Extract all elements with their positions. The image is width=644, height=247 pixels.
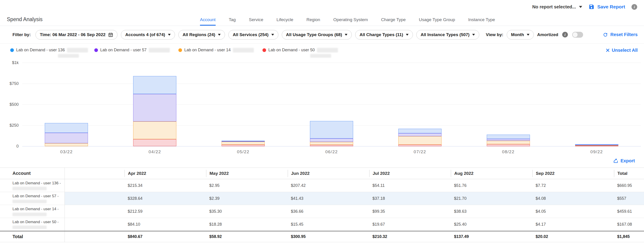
bar-segment-lab-on-demand-user-14[interactable] xyxy=(398,136,442,145)
tab-usage-type-group[interactable]: Usage Type Group xyxy=(419,17,455,26)
view-by-value: Month xyxy=(511,32,524,37)
tab-service[interactable]: Service xyxy=(249,17,263,26)
tab-operating-system[interactable]: Operating System xyxy=(333,17,368,26)
column-header-label: Total xyxy=(614,170,628,177)
account-cell: Lab on Demand - user 50 - xyxy=(0,218,65,231)
bar-segment-lab-on-demand-user-136[interactable] xyxy=(398,129,442,133)
account-cell: Lab on Demand - user 14 - xyxy=(0,205,65,218)
bar-segment-lab-on-demand-user-57[interactable] xyxy=(487,139,530,141)
unselect-all-button[interactable]: Unselect All xyxy=(606,48,638,53)
bar-09/22[interactable] xyxy=(575,144,618,146)
column-header-label: Aug 2022 xyxy=(451,170,473,177)
legend-item[interactable]: Lab on Demand - user 136 xyxy=(10,48,94,52)
bar-slot-04/22 xyxy=(111,63,199,146)
reset-filters-button[interactable]: Reset Filters xyxy=(603,32,638,37)
bar-segment-lab-on-demand-user-136[interactable] xyxy=(487,135,530,139)
bar-segment-lab-on-demand-user-14[interactable] xyxy=(45,143,88,146)
bar-06/22[interactable] xyxy=(310,121,353,146)
chevron-down-icon xyxy=(271,34,274,36)
bar-slot-08/22 xyxy=(464,63,552,146)
tab-region[interactable]: Region xyxy=(306,17,320,26)
bar-segment-lab-on-demand-user-136[interactable] xyxy=(133,76,176,94)
bar-segment-lab-on-demand-user-50[interactable] xyxy=(575,146,618,146)
x-axis-tick: 03/22 xyxy=(22,149,111,154)
bar-segment-lab-on-demand-user-57[interactable] xyxy=(398,133,442,136)
bar-segment-lab-on-demand-user-14[interactable] xyxy=(222,142,265,145)
amortized-info-icon[interactable]: i xyxy=(562,32,568,37)
bar-segment-lab-on-demand-user-14[interactable] xyxy=(310,142,353,145)
bar-03/22[interactable] xyxy=(45,123,88,146)
value-cell: $41.43 xyxy=(288,192,369,205)
account-name: Lab on Demand - user 136 - xyxy=(12,181,64,186)
value-cell: $459.61 xyxy=(614,209,644,214)
filter-pill-instance[interactable]: All Instance Types (507) xyxy=(416,30,479,39)
bar-04/22[interactable] xyxy=(133,76,176,146)
export-icon xyxy=(613,158,618,163)
tab-tag[interactable]: Tag xyxy=(229,17,236,26)
report-selector-dropdown[interactable]: No report selected... xyxy=(532,4,582,9)
save-report-label: Save Report xyxy=(597,4,625,9)
filter-pill-usage[interactable]: All Usage Type Groups (68) xyxy=(282,30,352,39)
filter-pill-4[interactable]: Accounts 4 (of 674) xyxy=(121,30,175,39)
export-button[interactable]: Export xyxy=(613,158,635,163)
bar-segment-lab-on-demand-user-57[interactable] xyxy=(310,138,353,142)
chevron-down-icon xyxy=(345,34,348,36)
legend-label: Lab on Demand - user 50 xyxy=(268,48,315,52)
value-cell: $54.11 xyxy=(369,183,451,188)
bar-08/22[interactable] xyxy=(487,135,530,146)
redacted-text xyxy=(12,213,46,216)
filter-pill-charge[interactable]: All Charge Types (11) xyxy=(355,30,413,39)
filter-pill-services[interactable]: All Services (254) xyxy=(228,30,278,39)
legend-dot-icon xyxy=(10,48,14,52)
y-axis-tick: 0 xyxy=(0,144,19,149)
redacted-text xyxy=(149,48,170,52)
save-report-button[interactable]: Save Report xyxy=(588,4,625,10)
column-header-account: Account xyxy=(0,168,65,179)
bar-segment-lab-on-demand-user-136[interactable] xyxy=(310,121,353,138)
bar-05/22[interactable] xyxy=(222,141,265,146)
bar-segment-lab-on-demand-user-14[interactable] xyxy=(133,121,176,139)
bar-segment-lab-on-demand-user-50[interactable] xyxy=(133,139,176,146)
column-header-aug-2022: Aug 2022 xyxy=(451,168,532,179)
value-cell: $37.18 xyxy=(369,192,451,205)
bar-segment-lab-on-demand-user-50[interactable] xyxy=(398,145,442,146)
bar-segment-lab-on-demand-user-136[interactable] xyxy=(45,123,88,133)
total-value-cell: $20.02 xyxy=(532,234,614,239)
total-label-cell: Total xyxy=(0,231,65,242)
bar-07/22[interactable] xyxy=(398,129,442,146)
legend-item[interactable]: Lab on Demand - user 50 xyxy=(262,48,346,52)
refresh-icon xyxy=(603,32,608,37)
amortized-toggle[interactable] xyxy=(572,32,583,38)
tab-charge-type[interactable]: Charge Type xyxy=(381,17,406,26)
table-row: Lab on Demand - user 14 -$212.59$35.30$3… xyxy=(0,205,644,218)
bar-slot-06/22 xyxy=(288,63,376,146)
info-icon[interactable]: i xyxy=(632,4,637,10)
redacted-text xyxy=(12,200,46,203)
value-cell: $167.08 xyxy=(614,222,644,227)
bar-segment-lab-on-demand-user-50[interactable] xyxy=(487,144,530,146)
view-by-dropdown[interactable]: Month xyxy=(507,30,534,39)
redacted-text xyxy=(317,48,338,52)
value-cell: $2.95 xyxy=(206,183,288,188)
legend-item[interactable]: Lab on Demand - user 14 xyxy=(178,48,262,52)
bar-segment-lab-on-demand-user-57[interactable] xyxy=(133,94,176,121)
unselect-all-label: Unselect All xyxy=(612,48,638,53)
column-header-apr-2022: Apr 2022 xyxy=(124,168,206,179)
bar-segment-lab-on-demand-user-57[interactable] xyxy=(45,133,88,143)
value-cell: $2.39 xyxy=(206,192,288,205)
tab-account[interactable]: Account xyxy=(200,17,216,26)
y-axis-tick: $750 xyxy=(0,81,19,86)
tab-instance-type[interactable]: Instance Type xyxy=(468,17,495,26)
filter-pill-regions[interactable]: All Regions (24) xyxy=(178,30,225,39)
bar-segment-lab-on-demand-user-50[interactable] xyxy=(222,145,265,146)
value-cell: $19.67 xyxy=(369,222,451,227)
tab-lifecycle[interactable]: Lifecycle xyxy=(276,17,293,26)
spend-table: AccountApr 2022May 2022Jun 2022Jul 2022A… xyxy=(0,168,644,242)
legend-item[interactable]: Lab on Demand - user 57 xyxy=(94,48,178,52)
bar-segment-lab-on-demand-user-14[interactable] xyxy=(487,141,530,144)
time-filter-pill[interactable]: Time: 06 Mar 2022 - 06 Sep 2022 xyxy=(36,30,118,39)
table-row: Lab on Demand - user 57 -$328.64$2.39$41… xyxy=(0,192,644,205)
bar-segment-lab-on-demand-user-50[interactable] xyxy=(310,145,353,146)
spacer-cell xyxy=(65,192,124,205)
filter-pill-label: Accounts 4 (of 674) xyxy=(125,32,165,37)
